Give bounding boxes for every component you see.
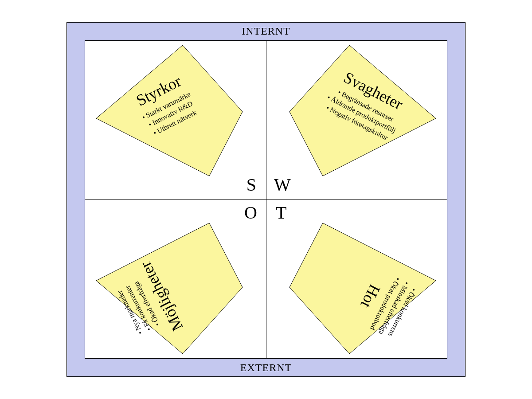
- quadrant-title: Svagheter: [341, 68, 406, 113]
- quadrant-items: Ökad konkurrens Minskad efterfråga Ökat …: [368, 276, 420, 341]
- quadrant-content: Svagheter Begränsade resurser Åldrande p…: [269, 11, 464, 198]
- quadrant-title: Styrkor: [133, 71, 184, 110]
- letter-s: S: [246, 174, 256, 195]
- kite-shape: [287, 45, 438, 178]
- svg-marker-3: [289, 223, 436, 354]
- axis-label-bottom: EXTERNT: [67, 362, 465, 374]
- kite-shape: [287, 221, 438, 354]
- quadrant-weaknesses: Svagheter Begränsade resurser Åldrande p…: [287, 45, 438, 178]
- axis-label-top: INTERNT: [67, 25, 465, 37]
- quadrant-items: Starkt varumärke Innovativ R&D Utbrett n…: [140, 89, 201, 139]
- svg-marker-0: [96, 45, 243, 176]
- list-item: Begränsade resurser: [330, 84, 402, 127]
- svg-marker-1: [289, 45, 436, 176]
- list-item: Nya marknader: [114, 288, 145, 337]
- letter-o: O: [244, 202, 257, 223]
- list-item: Få konkurrenter: [123, 284, 154, 332]
- outer-frame: INTERNT EXTERNT POSITIVT NEGATIVT S W O …: [66, 22, 466, 377]
- list-item: Negativ företagskultur: [321, 101, 393, 144]
- quadrant-title: Hot: [356, 281, 384, 311]
- inner-grid: S W O T Styrkor Starkt varumärke Innovat…: [85, 40, 447, 359]
- list-item: Ökad konkurrens: [385, 284, 420, 340]
- list-item: Ökad efterfråga: [131, 279, 162, 328]
- kite-shape: [94, 45, 245, 178]
- letter-t: T: [276, 202, 286, 223]
- kite-shape: [94, 221, 245, 354]
- list-item: Starkt varumärke: [140, 89, 192, 122]
- quadrant-threats: Hot Ökad konkurrens Minskad efterfråga Ö…: [287, 221, 438, 354]
- list-item: Åldrande produktportfölj: [325, 93, 397, 136]
- svg-marker-2: [96, 223, 243, 354]
- list-item: Ökat produktutbud: [368, 276, 403, 332]
- horizontal-divider: [85, 200, 447, 200]
- quadrant-items: Begränsade resurser Åldrande produktport…: [321, 84, 402, 144]
- quadrant-opportunities: Möjligheter Nya marknader Få konkurrente…: [94, 221, 245, 354]
- list-item: Minskad efterfråga: [376, 280, 411, 336]
- swot-diagram: INTERNT EXTERNT POSITIVT NEGATIVT S W O …: [0, 0, 532, 399]
- quadrant-items: Nya marknader Få konkurrenter Ökad efter…: [114, 279, 162, 336]
- quadrant-content: Styrkor Starkt varumärke Innovativ R&D U…: [68, 11, 263, 198]
- quadrant-strengths: Styrkor Starkt varumärke Innovativ R&D U…: [94, 45, 245, 178]
- list-item: Innovativ R&D: [145, 98, 196, 130]
- letter-w: W: [274, 174, 291, 195]
- quadrant-title: Möjligheter: [136, 258, 187, 334]
- list-item: Utbrett nätverk: [149, 106, 201, 139]
